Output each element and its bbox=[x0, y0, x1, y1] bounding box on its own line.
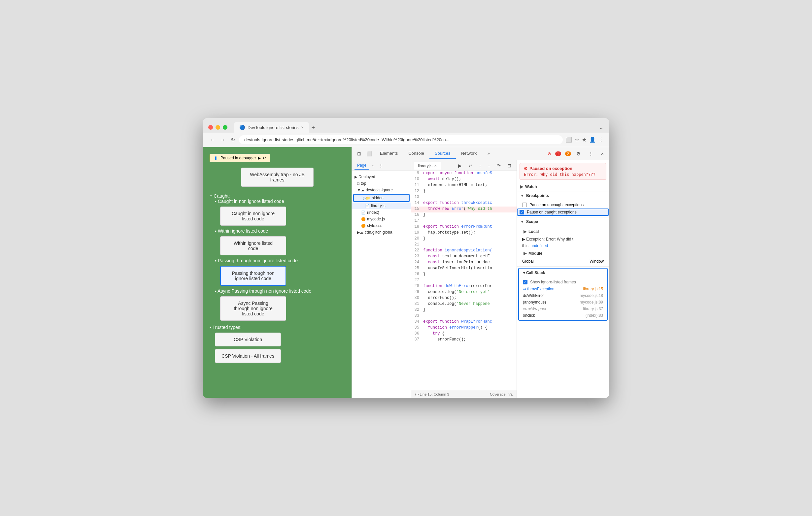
caught-checkbox[interactable]: ✓ bbox=[520, 210, 524, 214]
library-label: library.js bbox=[371, 204, 385, 208]
nav-deactivate-btn[interactable]: ⊟ bbox=[505, 162, 514, 170]
code-line-27: 27 bbox=[411, 278, 517, 284]
sources-menu-btn[interactable]: ⋮ bbox=[376, 162, 385, 169]
tab-close-button[interactable]: × bbox=[301, 125, 304, 130]
uncaught-label: Pause on uncaught exceptions bbox=[529, 203, 584, 207]
more-icon[interactable]: ⋮ bbox=[599, 136, 604, 143]
refresh-button[interactable]: ↻ bbox=[229, 135, 236, 144]
extensions-icon[interactable]: ★ bbox=[582, 136, 586, 143]
module-scope-header[interactable]: ▶ Module bbox=[517, 249, 609, 258]
line-num-17: 17 bbox=[411, 218, 423, 223]
forward-button[interactable]: → bbox=[219, 135, 227, 144]
browser-tab[interactable]: 🔵 DevTools ignore list stories × bbox=[234, 122, 309, 133]
breakpoints-header[interactable]: ▼ Breakpoints bbox=[517, 191, 609, 200]
frame-onclick[interactable]: onclick (index):83 bbox=[519, 312, 607, 319]
hidden-label: hidden bbox=[372, 195, 383, 200]
top-label: top bbox=[361, 181, 367, 186]
profile-icon[interactable]: 👤 bbox=[589, 136, 596, 143]
tree-library-js[interactable]: 📄 library.js bbox=[352, 203, 411, 209]
line-content-31: console.log('Never happene bbox=[423, 302, 490, 306]
line-num-26: 26 bbox=[411, 272, 423, 276]
tab-network[interactable]: Network bbox=[456, 148, 482, 159]
frame-throwException[interactable]: ⇒ throwException library.js:15 bbox=[519, 286, 607, 292]
line-num-21: 21 bbox=[411, 242, 423, 247]
paused-badge-label: Paused in debugger bbox=[221, 156, 256, 160]
step-icon[interactable]: ▶ bbox=[258, 156, 261, 160]
tab-more[interactable]: » bbox=[482, 148, 495, 159]
bookmark-icon[interactable]: ☆ bbox=[575, 136, 579, 143]
breakpoints-body: Pause on uncaught exceptions ✓ Pause on … bbox=[517, 200, 609, 217]
minimize-button[interactable] bbox=[215, 125, 220, 130]
csp-btn-1[interactable]: CSP Violation bbox=[215, 333, 281, 346]
code-editor[interactable]: 9 export async function unsafeS 10 await… bbox=[411, 171, 517, 390]
caught-btn-3[interactable]: Passing through nonignore listed code bbox=[220, 266, 286, 286]
global-label: Global bbox=[522, 259, 534, 264]
exception-banner: ⊗ Paused on exception Error: Why did thi… bbox=[520, 163, 606, 180]
code-line-24: 24 const insertionPoint = doc bbox=[411, 260, 517, 266]
tab-console[interactable]: Console bbox=[403, 148, 429, 159]
page-more-btn[interactable]: » bbox=[369, 162, 376, 169]
watch-header[interactable]: ▶ Watch bbox=[517, 182, 609, 191]
devtools-more-button[interactable]: ⋮ bbox=[586, 150, 596, 158]
mycode-file-icon: 🟠 bbox=[361, 217, 366, 221]
frame-anonymous[interactable]: (anonymous) mycode.js:89 bbox=[519, 299, 607, 305]
nav-step-over-btn[interactable]: ↩ bbox=[466, 162, 475, 170]
device-toolbar-button[interactable]: ⬜ bbox=[364, 150, 375, 158]
tree-top[interactable]: □ top bbox=[352, 180, 411, 187]
tree-index[interactable]: 📄 (index) bbox=[352, 209, 411, 216]
code-line-10: 10 await delay(); bbox=[411, 177, 517, 183]
paused-badge: ⏸ Paused in debugger ▶ ↩ bbox=[210, 154, 270, 162]
line-content-35: function errorWrapper() { bbox=[423, 325, 487, 330]
nav-step-btn[interactable]: ↷ bbox=[494, 162, 503, 170]
nav-resume-btn[interactable]: ▶ bbox=[456, 162, 464, 170]
caught-btn-2[interactable]: Within ignore listedcode bbox=[220, 236, 286, 255]
tab-title: DevTools ignore list stories bbox=[248, 125, 299, 130]
tree-devtools-ignore[interactable]: ▼☁ devtools-ignore bbox=[352, 187, 411, 193]
scope-header[interactable]: ▼ Scope bbox=[517, 217, 609, 226]
nav-step-out-btn[interactable]: ↑ bbox=[485, 162, 493, 170]
tree-hidden-folder[interactable]: ▷📁 hidden bbox=[353, 194, 410, 202]
line-content-30: errorFunc(); bbox=[423, 296, 457, 300]
tree-mycode[interactable]: 🟠 mycode.js bbox=[352, 216, 411, 222]
style-file-icon: 🟠 bbox=[361, 224, 366, 228]
line-content-9: export async function unsafeS bbox=[423, 171, 492, 176]
devtools-settings-button[interactable]: ⚙ bbox=[574, 150, 583, 158]
address-icons: ⬜ ☆ ★ 👤 ⋮ bbox=[566, 136, 604, 143]
caught-btn-1[interactable]: Caught in non ignorelisted code bbox=[220, 207, 286, 226]
local-arrow: ▶ bbox=[523, 229, 526, 234]
call-stack-header[interactable]: ▼ Call Stack bbox=[519, 269, 607, 277]
show-frames-checkbox[interactable]: ✓ bbox=[523, 280, 527, 284]
index-file-icon: 📄 bbox=[361, 211, 366, 215]
code-line-21: 21 bbox=[411, 242, 517, 248]
page-tab[interactable]: Page bbox=[354, 162, 369, 170]
back-button[interactable]: ← bbox=[208, 135, 216, 144]
bullet-3: ▪ bbox=[215, 258, 218, 263]
caught-exceptions-label: Pause on caught exceptions bbox=[527, 210, 577, 214]
module-arrow: ▶ bbox=[523, 251, 526, 256]
csp-btn-2[interactable]: CSP Violation - All frames bbox=[215, 349, 281, 363]
tab-sources[interactable]: Sources bbox=[429, 148, 456, 159]
tree-style[interactable]: 🟠 style.css bbox=[352, 222, 411, 229]
code-tab-library[interactable]: library.js × bbox=[414, 162, 441, 170]
tab-elements[interactable]: Elements bbox=[375, 148, 403, 159]
uncaught-checkbox[interactable] bbox=[522, 203, 527, 207]
code-tab-close[interactable]: × bbox=[434, 164, 437, 168]
devtools-panel: ⊞ ⬜ Elements Console Sources Network » ⊗… bbox=[351, 147, 609, 398]
tree-cdn[interactable]: ▶☁ cdn.glitch.globa bbox=[352, 229, 411, 236]
close-button[interactable] bbox=[208, 125, 213, 130]
frame-doWithError[interactable]: doWithError mycode.js:18 bbox=[519, 292, 607, 299]
frame-errorWrapper[interactable]: errorWrapper library.js:37 bbox=[519, 305, 607, 312]
caught-btn-4[interactable]: Async Passingthrough non ignorelisted co… bbox=[220, 296, 286, 321]
url-bar[interactable] bbox=[239, 135, 563, 144]
new-tab-button[interactable]: + bbox=[309, 123, 318, 133]
devtools-close-button[interactable]: × bbox=[599, 150, 606, 158]
inspect-element-button[interactable]: ⊞ bbox=[354, 150, 364, 158]
screenshot-icon[interactable]: ⬜ bbox=[566, 136, 572, 143]
frame-errorWrapper-loc: library.js:37 bbox=[583, 306, 603, 311]
local-scope-header[interactable]: ▶ Local bbox=[517, 227, 609, 236]
maximize-button[interactable] bbox=[223, 125, 227, 130]
nav-step-into-btn[interactable]: ↓ bbox=[476, 162, 484, 170]
code-line-31: 31 console.log('Never happene bbox=[411, 302, 517, 307]
resume-icon[interactable]: ↩ bbox=[263, 156, 266, 160]
tab-menu-button[interactable]: ⌄ bbox=[599, 124, 604, 131]
